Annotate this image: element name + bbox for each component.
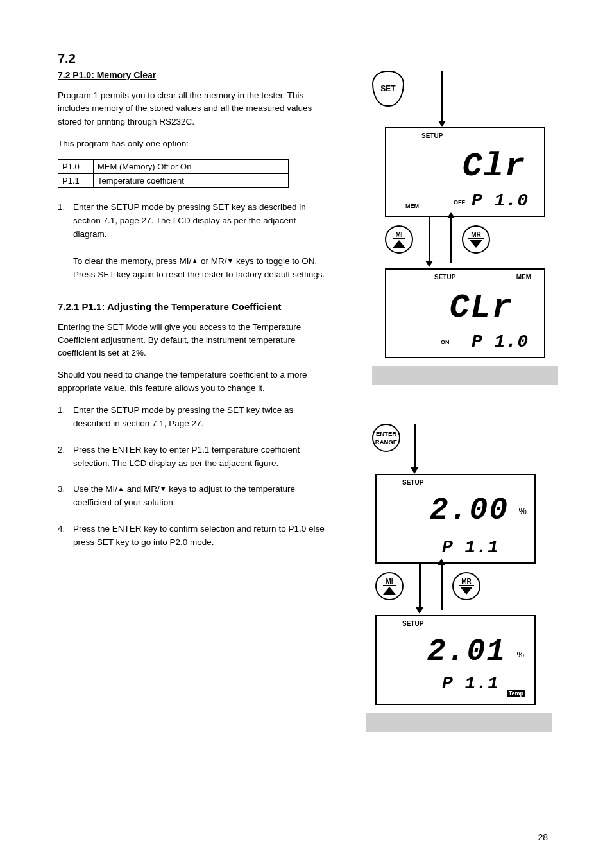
step-1b: 1. Enter the SETUP mode by pressing the … bbox=[58, 404, 327, 431]
range-label: RANGE bbox=[375, 439, 397, 446]
right-column: SET SETUP Clr MEM OFF P 1.0 MI MR bbox=[372, 71, 565, 758]
lcd-program: P 1.0 bbox=[472, 191, 529, 211]
step-text: Press the ENTER key to enter P1.1 temper… bbox=[73, 444, 327, 471]
setup-label: SETUP bbox=[421, 132, 443, 139]
down-arrow-icon bbox=[470, 240, 482, 248]
down-arrow-icon bbox=[460, 587, 473, 595]
mi-mr-row-2: MI MR bbox=[375, 570, 536, 602]
lcd-main-value: CLr bbox=[449, 289, 513, 327]
step-3b: 3. Use the MI/▲ and MR/▼ keys to adjust … bbox=[58, 483, 327, 510]
setup-label: SETUP bbox=[402, 479, 423, 486]
step-number: 1. bbox=[58, 404, 73, 431]
step-text-pre: Enter the SETUP mode by pressing SET key… bbox=[73, 202, 306, 239]
set-key[interactable]: SET bbox=[372, 71, 407, 109]
set-key-label: SET bbox=[380, 84, 395, 93]
mi-mr-row: MI MR bbox=[385, 223, 545, 256]
setup-label: SETUP bbox=[434, 273, 455, 281]
program-table: P1.0 MEM (Memory) Off or On P1.1 Tempera… bbox=[58, 159, 289, 188]
cell-desc: MEM (Memory) Off or On bbox=[94, 160, 289, 174]
shaded-bar bbox=[366, 713, 552, 732]
percent-label: % bbox=[519, 506, 527, 516]
step-text: Use the MI/▲ and MR/▼ keys to adjust to … bbox=[73, 483, 327, 510]
section-title: 7.2 P1.0: Memory Clear bbox=[58, 70, 327, 80]
step-number: 2. bbox=[58, 444, 73, 471]
lcd-screen-a: SETUP Clr MEM OFF P 1.0 bbox=[385, 127, 545, 217]
paragraph: This program has only one option: bbox=[58, 137, 327, 150]
step-text: Press the ENTER key to confirm selection… bbox=[73, 523, 327, 550]
mr-key[interactable]: MR bbox=[462, 225, 490, 254]
up-arrow-icon bbox=[383, 587, 396, 595]
enter-label: ENTER bbox=[376, 431, 396, 437]
mi-key[interactable]: MI bbox=[375, 572, 404, 600]
page-number: 28 bbox=[538, 832, 548, 842]
lcd-main-value: 2.00 bbox=[430, 493, 509, 528]
left-column: 7.2 7.2 P1.0: Memory Clear Program 1 per… bbox=[58, 51, 327, 562]
mr-label: MR bbox=[468, 231, 484, 239]
lcd-program: P 1.0 bbox=[472, 332, 529, 352]
step-1: 1. Enter the SETUP mode by pressing SET … bbox=[58, 201, 327, 282]
step-4b: 4. Press the ENTER key to confirm select… bbox=[58, 523, 327, 550]
flow-block-1: SET SETUP Clr MEM OFF P 1.0 MI MR bbox=[372, 71, 558, 392]
step-number: 3. bbox=[58, 483, 73, 510]
step-text-post: To clear the memory, press MI/▲ or MR/▼ … bbox=[73, 256, 325, 279]
flow-block-2: ENTER RANGE SETUP 2.00 % P 1.1 MI bbox=[372, 424, 558, 758]
paragraph: Entering the SET Mode will give you acce… bbox=[58, 321, 327, 360]
percent-label: % bbox=[516, 650, 524, 659]
paragraph: Program 1 permits you to clear all the m… bbox=[58, 89, 327, 128]
mem-label: MEM bbox=[516, 273, 531, 281]
section-number: 7.2 bbox=[58, 51, 327, 66]
lcd-screen-d: SETUP 2.01 % P 1.1 Temp bbox=[375, 615, 536, 705]
lcd-screen-b: SETUP MEM CLr ON P 1.0 bbox=[385, 268, 545, 358]
subsection-title: 7.2.1 P1.1: Adjusting the Temperature Co… bbox=[58, 301, 327, 312]
mi-label: MI bbox=[383, 578, 395, 586]
mi-key[interactable]: MI bbox=[385, 225, 413, 254]
step-2b: 2. Press the ENTER key to enter P1.1 tem… bbox=[58, 444, 327, 471]
mr-key[interactable]: MR bbox=[452, 572, 480, 600]
lcd-program: P 1.1 bbox=[442, 673, 499, 693]
lcd-program: P 1.1 bbox=[442, 537, 499, 557]
table-row: P1.1 Temperature coefficient bbox=[58, 174, 289, 188]
step-number: 4. bbox=[58, 523, 73, 550]
lcd-main-value: Clr bbox=[462, 148, 526, 186]
lcd-screen-c: SETUP 2.00 % P 1.1 bbox=[375, 474, 536, 564]
on-label: ON bbox=[441, 339, 450, 345]
up-arrow-icon bbox=[393, 240, 405, 248]
mr-label: MR bbox=[459, 578, 474, 586]
setup-label: SETUP bbox=[402, 620, 423, 627]
temp-badge: Temp bbox=[507, 690, 525, 697]
table-row: P1.0 MEM (Memory) Off or On bbox=[58, 160, 289, 174]
lcd-main-value: 2.01 bbox=[427, 634, 506, 669]
mi-label: MI bbox=[393, 231, 405, 239]
paragraph: Should you need to change the temperatur… bbox=[58, 369, 327, 395]
cell-code: P1.1 bbox=[58, 174, 94, 188]
step-number: 1. bbox=[58, 201, 73, 282]
off-label: OFF bbox=[454, 199, 465, 205]
mem-label: MEM bbox=[405, 203, 419, 209]
cell-code: P1.0 bbox=[58, 160, 94, 174]
cell-desc: Temperature coefficient bbox=[94, 174, 289, 188]
step-text: Enter the SETUP mode by pressing the SET… bbox=[73, 404, 327, 431]
enter-range-key[interactable]: ENTER RANGE bbox=[372, 424, 400, 452]
shaded-bar bbox=[372, 366, 558, 385]
